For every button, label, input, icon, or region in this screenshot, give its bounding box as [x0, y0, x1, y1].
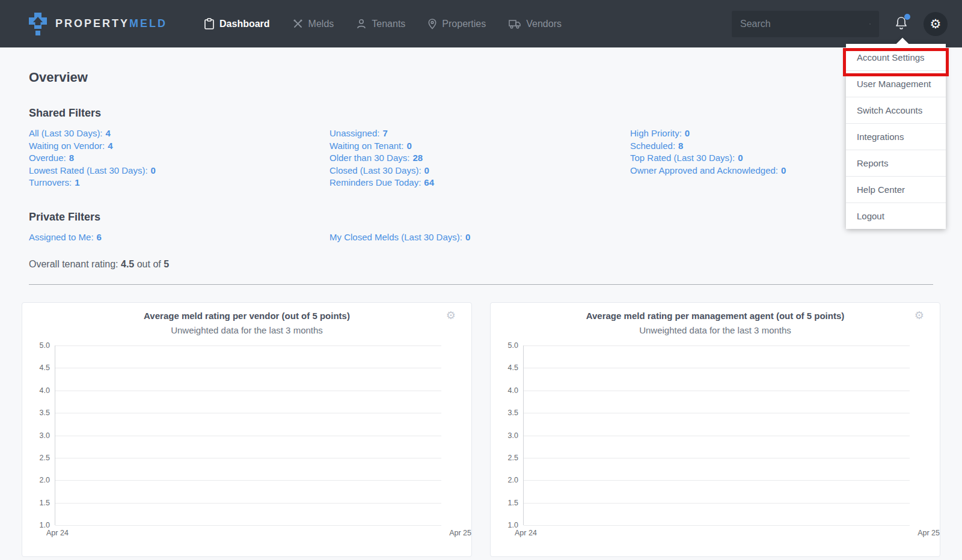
filter-link-high-priority[interactable]: High Priority:0	[630, 127, 690, 140]
filter-label: Owner Approved and Acknowledged:	[630, 165, 778, 175]
filter-label: Top Rated (Last 30 Days):	[630, 153, 735, 163]
gridline	[524, 391, 910, 391]
chart-card-agent-rating: Average meld rating per management agent…	[490, 302, 940, 557]
nav-item-dashboard[interactable]: Dashboard	[196, 12, 278, 35]
chart-settings-gear-icon[interactable]: ⚙	[446, 309, 456, 321]
gridline	[55, 413, 441, 413]
y-tick-label: 1.0	[508, 521, 518, 529]
y-tick-label: 2.0	[40, 476, 50, 484]
filter-link-scheduled[interactable]: Scheduled:8	[630, 140, 683, 153]
menu-item-account-settings[interactable]: Account Settings	[846, 44, 946, 70]
private-filters-col2: My Closed Melds (Last 30 Days):0	[329, 231, 630, 244]
y-tick-label: 5.0	[508, 341, 518, 350]
menu-item-integrations[interactable]: Integrations	[846, 123, 946, 150]
x-tick-label: Apr 24	[46, 529, 69, 537]
menu-item-user-management[interactable]: User Management	[846, 70, 946, 97]
filter-value: 8	[678, 141, 683, 151]
nav-item-vendors[interactable]: Vendors	[500, 13, 570, 35]
private-filters-col1: Assigned to Me:6	[29, 231, 329, 244]
gridline	[524, 413, 910, 413]
filter-label: Reminders Due Today:	[329, 177, 421, 187]
filter-label: Waiting on Tenant:	[329, 141, 403, 151]
filter-link-turnovers[interactable]: Turnovers:1	[29, 177, 79, 189]
nav-item-melds[interactable]: Melds	[284, 13, 343, 35]
filter-link-waiting-on-tenant[interactable]: Waiting on Tenant:0	[329, 140, 412, 153]
x-axis: Apr 24 Apr 25	[22, 525, 471, 537]
filter-link-overdue[interactable]: Overdue:8	[29, 152, 74, 165]
chart-subtitle: Unweighted data for the last 3 months	[491, 325, 940, 335]
global-search	[732, 11, 879, 37]
notification-dot	[904, 14, 910, 20]
y-tick-label: 1.5	[40, 499, 50, 507]
filter-label: High Priority:	[630, 128, 682, 138]
nav-item-tenants[interactable]: Tenants	[348, 13, 414, 35]
search-icon[interactable]	[869, 19, 871, 29]
nav-item-properties[interactable]: Properties	[420, 13, 494, 35]
filter-link-my-closed-melds[interactable]: My Closed Melds (Last 30 Days):0	[329, 231, 470, 244]
y-axis: 5.04.54.03.53.02.52.01.51.0	[22, 345, 55, 525]
chart-title: Average meld rating per vendor (out of 5…	[22, 311, 471, 321]
nav-label: Melds	[308, 19, 334, 29]
filter-value: 0	[738, 153, 743, 163]
menu-item-reports[interactable]: Reports	[846, 150, 946, 176]
filter-value: 4	[106, 128, 111, 138]
x-tick-label: Apr 25	[918, 529, 940, 537]
filter-label: Older than 30 Days:	[329, 153, 409, 163]
shared-filters-grid: All (Last 30 Days):4 Waiting on Vendor:4…	[0, 127, 962, 189]
search-input[interactable]	[740, 19, 865, 29]
notifications-button[interactable]	[892, 13, 910, 35]
overall-tenant-rating: Overall tenant rating: 4.5 out of 5	[29, 259, 962, 270]
primary-nav: Dashboard Melds Tenants Properties	[196, 12, 570, 35]
gear-icon: ⚙	[930, 17, 942, 31]
y-tick-label: 4.0	[40, 386, 50, 395]
gridline	[55, 458, 441, 458]
settings-dropdown-menu: Account Settings User Management Switch …	[846, 44, 946, 229]
filter-label: Assigned to Me:	[29, 232, 94, 242]
filter-value: 28	[412, 153, 423, 163]
filter-link-unassigned[interactable]: Unassigned:7	[329, 127, 388, 140]
settings-gear-button[interactable]: ⚙	[924, 12, 948, 36]
filter-label: Turnovers:	[29, 177, 72, 187]
y-tick-label: 3.0	[508, 431, 518, 440]
filter-link-all-last-30-days[interactable]: All (Last 30 Days):4	[29, 127, 111, 140]
filter-label: Closed (Last 30 Days):	[329, 165, 421, 175]
filter-link-waiting-on-vendor[interactable]: Waiting on Vendor:4	[29, 140, 113, 153]
menu-item-help-center[interactable]: Help Center	[846, 176, 946, 202]
filter-link-owner-approved[interactable]: Owner Approved and Acknowledged:0	[630, 165, 786, 177]
menu-item-logout[interactable]: Logout	[846, 202, 946, 229]
brand-name: PROPERTYMELD	[55, 17, 167, 30]
gridline	[55, 368, 441, 368]
plot-area	[523, 345, 910, 525]
page-title: Overview	[29, 70, 962, 85]
chart-settings-gear-icon[interactable]: ⚙	[915, 309, 924, 321]
menu-item-switch-accounts[interactable]: Switch Accounts	[846, 97, 946, 123]
filter-link-older-than-30-days[interactable]: Older than 30 Days:28	[329, 152, 423, 165]
filter-value: 64	[424, 177, 434, 187]
nav-label: Dashboard	[219, 19, 270, 29]
filter-link-top-rated[interactable]: Top Rated (Last 30 Days):0	[630, 152, 743, 165]
brand-property: PROPERTY	[55, 17, 129, 29]
chart-card-vendor-rating: Average meld rating per vendor (out of 5…	[22, 302, 472, 557]
filter-label: Lowest Rated (Last 30 Days):	[29, 165, 148, 175]
y-tick-label: 1.0	[40, 521, 50, 529]
x-tick-label: Apr 24	[515, 529, 537, 537]
filter-value: 8	[69, 153, 74, 163]
tools-icon	[293, 19, 303, 29]
y-tick-label: 1.5	[508, 499, 518, 507]
filter-label: Waiting on Vendor:	[29, 141, 105, 151]
filter-link-closed-last-30-days[interactable]: Closed (Last 30 Days):0	[329, 165, 429, 177]
gridline	[524, 345, 910, 346]
filter-value: 4	[108, 141, 112, 151]
filter-link-reminders-due-today[interactable]: Reminders Due Today:64	[329, 177, 434, 189]
chart-subtitle: Unweighted data for the last 3 months	[22, 325, 471, 335]
filter-link-assigned-to-me[interactable]: Assigned to Me:6	[29, 231, 102, 244]
filter-value: 0	[465, 232, 470, 242]
filter-value: 0	[781, 165, 786, 175]
filter-label: Unassigned:	[329, 128, 379, 138]
filter-link-lowest-rated[interactable]: Lowest Rated (Last 30 Days):0	[29, 165, 156, 177]
filter-value: 6	[97, 232, 102, 242]
y-tick-label: 2.5	[40, 454, 50, 462]
gridline	[524, 436, 910, 436]
brand-logo[interactable]: PROPERTYMELD	[29, 13, 167, 35]
nav-label: Vendors	[526, 19, 562, 29]
